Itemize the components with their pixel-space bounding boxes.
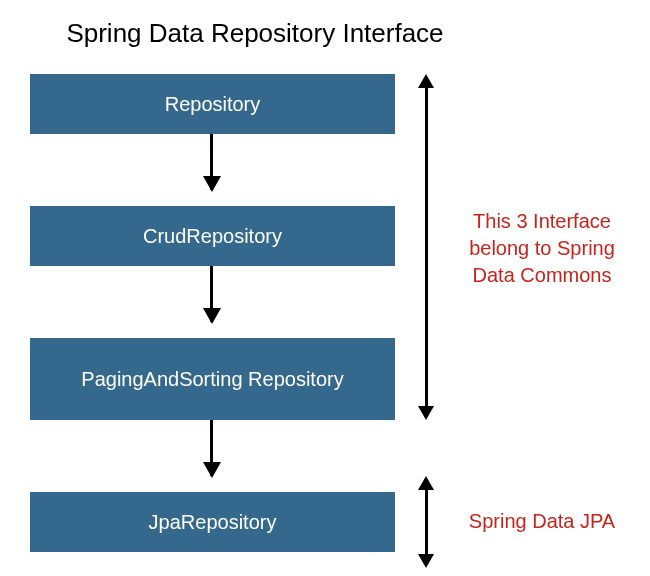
box-paging-sorting-repository: PagingAndSorting Repository — [30, 338, 395, 420]
bracket-jpa — [425, 490, 428, 554]
arrow-down-1 — [210, 134, 213, 190]
arrow-down-3 — [210, 420, 213, 476]
annotation-jpa: Spring Data JPA — [452, 508, 632, 535]
bracket-commons — [425, 88, 428, 406]
box-repository: Repository — [30, 74, 395, 134]
annotation-commons: This 3 Interface belong to Spring Data C… — [452, 208, 632, 289]
diagram-title: Spring Data Repository Interface — [0, 18, 510, 49]
box-jpa-repository: JpaRepository — [30, 492, 395, 552]
box-crud-repository: CrudRepository — [30, 206, 395, 266]
arrow-down-2 — [210, 266, 213, 322]
